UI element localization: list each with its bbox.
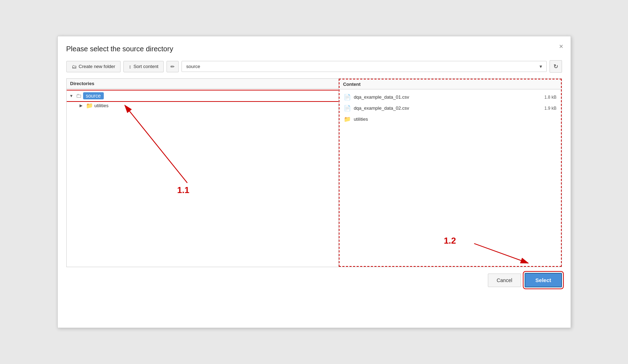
folder-name: utilities (354, 116, 554, 122)
sort-content-button[interactable]: ↕ Sort content (123, 61, 164, 72)
sort-icon: ↕ (129, 64, 131, 69)
path-select[interactable]: source (182, 61, 546, 72)
sort-content-label: Sort content (133, 64, 158, 69)
file-size: 1.9 kB (544, 106, 556, 111)
refresh-button[interactable]: ↻ (550, 60, 562, 73)
toolbar: 🗂 Create new folder ↕ Sort content ✏ sou… (66, 60, 562, 73)
content-label: Content (339, 79, 561, 89)
cancel-button[interactable]: Cancel (488, 274, 521, 287)
edit-button[interactable]: ✏ (167, 61, 179, 72)
file-name: dqa_example_data_01.csv (354, 94, 542, 100)
list-item: 📁 utilities (339, 114, 561, 125)
folder-icon: 🗂 (72, 64, 77, 69)
tree-item-utilities[interactable]: ▶ 📁 utilities (77, 101, 338, 110)
tree-toggle-utilities: ▶ (80, 103, 85, 108)
csv-icon: 📄 (344, 105, 351, 111)
tree-toggle-source: ▼ (70, 94, 75, 98)
folder-icon: 📁 (344, 116, 351, 123)
list-item: 📄 dqa_example_data_02.csv 1.9 kB (339, 103, 561, 114)
folder-gray-icon: 🗀 (76, 93, 82, 99)
file-name: dqa_example_data_02.csv (354, 105, 542, 111)
tree-child-utilities: ▶ 📁 utilities (67, 101, 338, 110)
folder-gold-icon: 📁 (86, 102, 93, 109)
directories-label: Directories (67, 79, 338, 89)
create-folder-button[interactable]: 🗂 Create new folder (66, 61, 121, 72)
dialog-title: Please select the source directory (66, 45, 562, 53)
panels: Directories ▼ 🗀 source ▶ 📁 utilities (66, 78, 562, 267)
path-select-wrapper: source ▼ (182, 61, 546, 72)
right-panel: Content 📄 dqa_example_data_01.csv 1.8 kB… (339, 79, 562, 267)
list-item: 📄 dqa_example_data_01.csv 1.8 kB (339, 92, 561, 103)
left-panel: Directories ▼ 🗀 source ▶ 📁 utilities (67, 79, 339, 267)
dialog-footer: Cancel Select (66, 273, 562, 287)
source-label: source (83, 92, 104, 99)
dialog: Please select the source directory × 🗂 C… (57, 36, 571, 328)
close-button[interactable]: × (559, 43, 563, 50)
content-list: 📄 dqa_example_data_01.csv 1.8 kB 📄 dqa_e… (339, 89, 561, 266)
main-wrapper: Directories ▼ 🗀 source ▶ 📁 utilities (66, 78, 562, 267)
csv-icon: 📄 (344, 94, 351, 100)
select-button[interactable]: Select (525, 273, 562, 287)
utilities-label: utilities (95, 103, 109, 108)
directory-tree: ▼ 🗀 source ▶ 📁 utilities (67, 89, 338, 267)
tree-item-source[interactable]: ▼ 🗀 source (67, 91, 338, 101)
file-size: 1.8 kB (544, 95, 556, 100)
create-folder-label: Create new folder (79, 64, 116, 69)
